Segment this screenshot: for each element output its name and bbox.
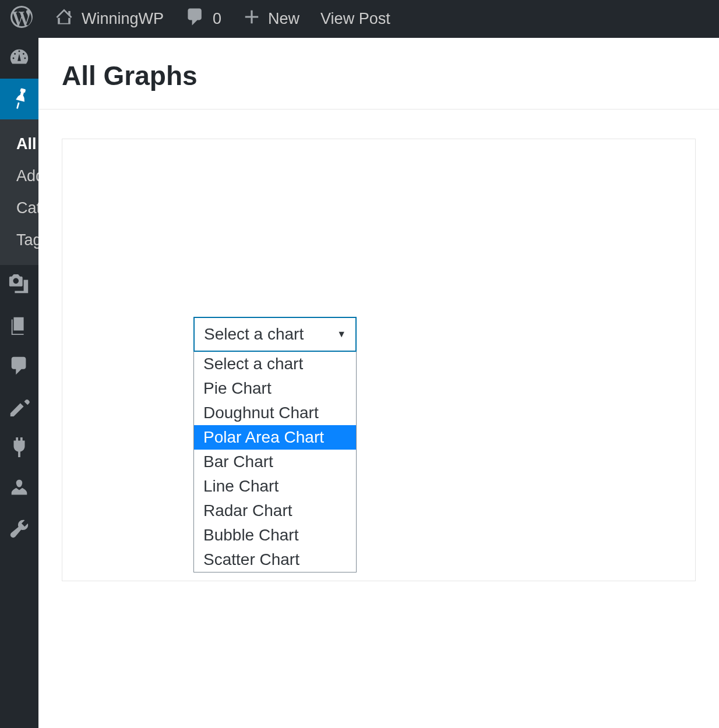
wordpress-logo-icon xyxy=(10,6,33,32)
plugins-icon xyxy=(8,436,30,461)
comment-count: 0 xyxy=(213,10,221,28)
page-title: All Graphs xyxy=(62,38,696,109)
tools-icon xyxy=(8,518,30,542)
comment-icon xyxy=(185,6,206,31)
view-post-link[interactable]: View Post xyxy=(310,0,401,38)
sidebar-item-tools[interactable] xyxy=(0,510,38,550)
media-icon xyxy=(8,273,30,298)
chart-option-scatter[interactable]: Scatter Chart xyxy=(194,547,356,572)
admin-sidebar: All Add Cat Tag xyxy=(0,38,38,728)
sidebar-item-users[interactable] xyxy=(0,469,38,510)
pushpin-icon xyxy=(8,87,30,111)
users-icon xyxy=(8,477,30,501)
chart-type-dropdown: Select a chart Pie Chart Doughnut Chart … xyxy=(193,352,357,572)
chart-option-select-a-chart[interactable]: Select a chart xyxy=(194,352,356,376)
main-content: All Graphs Select a chart ▼ Select a cha… xyxy=(38,38,719,728)
site-home-link[interactable]: WinningWP xyxy=(43,0,174,38)
submenu-item-categories[interactable]: Cat xyxy=(0,192,38,224)
submenu-item-all[interactable]: All xyxy=(0,128,38,160)
plus-icon xyxy=(242,8,261,30)
view-post-label: View Post xyxy=(320,10,390,28)
site-name: WinningWP xyxy=(82,10,164,28)
graph-panel: Select a chart ▼ Select a chart Pie Char… xyxy=(62,139,696,581)
sidebar-item-pages[interactable] xyxy=(0,306,38,347)
submenu-item-add[interactable]: Add xyxy=(0,160,38,192)
chart-option-line[interactable]: Line Chart xyxy=(194,474,356,499)
comments-icon xyxy=(8,355,30,379)
chart-option-radar[interactable]: Radar Chart xyxy=(194,499,356,523)
pages-icon xyxy=(8,314,30,338)
chevron-down-icon: ▼ xyxy=(337,329,346,340)
sidebar-item-posts[interactable] xyxy=(0,79,38,119)
chart-option-bubble[interactable]: Bubble Chart xyxy=(194,523,356,547)
wordpress-logo-link[interactable] xyxy=(0,0,43,38)
sidebar-item-media[interactable] xyxy=(0,265,38,306)
chart-option-polar-area[interactable]: Polar Area Chart xyxy=(194,425,356,450)
sidebar-item-comments[interactable] xyxy=(0,347,38,387)
dashboard-icon xyxy=(8,46,30,70)
submenu-item-tags[interactable]: Tag xyxy=(0,224,38,256)
admin-toolbar: WinningWP 0 New View Post xyxy=(0,0,719,38)
sidebar-item-appearance[interactable] xyxy=(0,387,38,428)
comments-link[interactable]: 0 xyxy=(174,0,232,38)
chart-option-bar[interactable]: Bar Chart xyxy=(194,450,356,474)
sidebar-item-plugins[interactable] xyxy=(0,428,38,469)
new-label: New xyxy=(268,10,299,28)
new-content-link[interactable]: New xyxy=(232,0,310,38)
chart-select-value: Select a chart xyxy=(204,325,304,344)
chart-option-doughnut[interactable]: Doughnut Chart xyxy=(194,401,356,425)
home-icon xyxy=(54,6,75,31)
chart-option-pie[interactable]: Pie Chart xyxy=(194,376,356,401)
sidebar-submenu: All Add Cat Tag xyxy=(0,119,38,265)
chart-type-select[interactable]: Select a chart ▼ xyxy=(193,317,357,352)
appearance-icon xyxy=(8,395,30,420)
sidebar-item-dashboard[interactable] xyxy=(0,38,38,79)
